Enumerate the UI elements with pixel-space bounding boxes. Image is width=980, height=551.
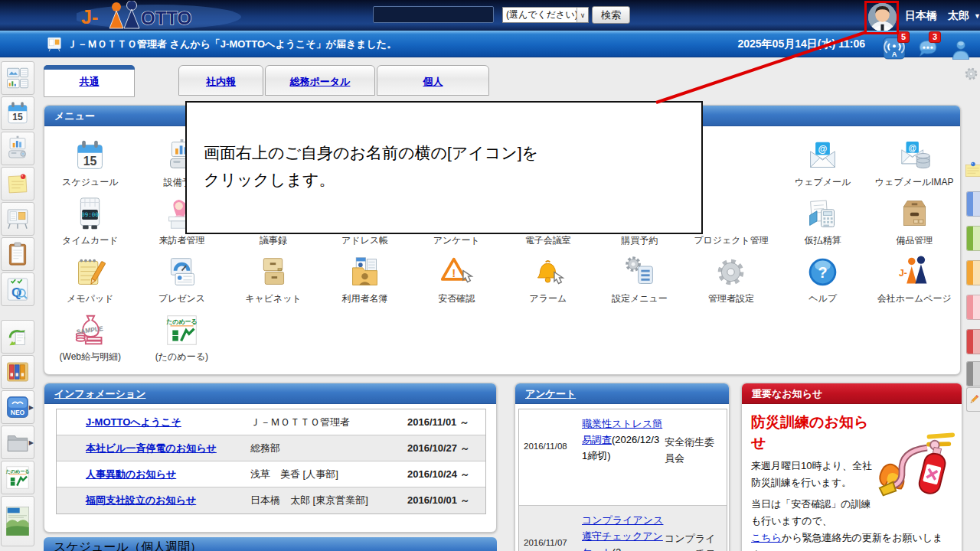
information-period-cell: 2016/10/01 ～	[407, 494, 487, 507]
information-panel: インフォメーション J-MOTTOへようこそ Ｊ－ＭＯＴＴＯ管理者 2016/1…	[44, 383, 497, 533]
sidebar-item[interactable]: ▶	[1, 390, 34, 424]
menu-item[interactable]: タイムカード	[44, 197, 136, 247]
information-author-cell: 総務部	[250, 442, 407, 455]
sidebar-item[interactable]	[1, 237, 34, 271]
menu-item-label: プレゼンス	[158, 292, 205, 305]
survey-committee-cell: コンプライアンス委員会	[665, 530, 723, 551]
pink-widget-tab[interactable]	[966, 295, 980, 320]
green-widget-tab[interactable]	[966, 226, 980, 251]
survey-panel-title[interactable]: アンケート	[525, 388, 576, 399]
survey-table: 2016/11/08 職業性ストレス簡易調査(2026/12/31締切) 安全衛…	[518, 409, 727, 551]
menu-item[interactable]: メモパッド	[44, 255, 136, 305]
menu-item-label: 仮払精算	[805, 234, 841, 247]
chevron-down-icon: ∨	[577, 8, 588, 22]
information-title-link[interactable]: J-MOTTOへようこそ	[86, 416, 181, 428]
widget-tab-strip	[967, 227, 973, 250]
important-notice-paragraph: 来週月曜日10時より、全社防災訓練を行います。	[751, 458, 880, 491]
sidebar-item[interactable]	[1, 272, 34, 306]
contacts-icon[interactable]	[949, 37, 972, 62]
sidebar-item[interactable]: ▶	[1, 425, 34, 459]
information-title-cell: 福岡支社設立のお知らせ	[57, 494, 250, 507]
menu-item-label: 会社ホームページ	[877, 292, 952, 305]
menu-item-label: スケジュール	[62, 176, 118, 189]
survey-panel: アンケート 2016/11/08 職業性ストレス簡易調査(2026/12/31締…	[514, 383, 730, 551]
menu-item[interactable]: ウェブメール	[777, 139, 869, 189]
portal-tab-label: 共通	[80, 75, 100, 89]
search-category-value: (選んでください)	[503, 8, 577, 21]
notification-message[interactable]: Ｊ－ＭＯＴＴＯ管理者 さんから「J-MOTTOへようこそ」が届きました。	[67, 37, 397, 51]
schedule-panel-title[interactable]: スケジュール（個人週間）	[54, 540, 202, 551]
sidebar-item[interactable]	[1, 496, 34, 546]
menu-item[interactable]: アラーム	[502, 255, 594, 305]
menu-item-label: 管理者設定	[708, 292, 754, 305]
information-panel-title[interactable]: インフォメーション	[54, 388, 145, 399]
information-title-link[interactable]: 本社ビル一斉停電のお知らせ	[86, 442, 217, 454]
sidebar-item-icon	[5, 241, 31, 267]
menu-item[interactable]: (Web給与明細)	[44, 313, 136, 367]
right-sidebar	[959, 0, 980, 551]
menu-item[interactable]: 管理者設定	[685, 255, 777, 305]
search-button[interactable]: 検索	[592, 6, 630, 24]
edit-widget-button[interactable]	[966, 387, 980, 412]
menu-item-label: 電子会議室	[525, 234, 571, 247]
menu-item[interactable]: 利用者名簿	[319, 255, 411, 305]
search-input[interactable]	[373, 6, 494, 23]
note-icon[interactable]	[963, 155, 980, 184]
menu-item-label: アラーム	[529, 292, 567, 305]
menu-item[interactable]: 仮払精算	[777, 197, 869, 247]
menu-item[interactable]: 備品管理	[868, 197, 960, 247]
kochira-link[interactable]: こちら	[751, 532, 782, 543]
menu-item-label: ヘルプ	[808, 292, 837, 305]
information-panel-header: インフォメーション	[44, 383, 496, 404]
portal-tab[interactable]: 総務ポータル	[265, 65, 375, 96]
menu-item-label: 設定メニュー	[612, 292, 668, 305]
menu-item-label: 購買予約	[621, 234, 658, 247]
search-category-select[interactable]: (選んでください) ∨	[502, 7, 589, 23]
menu-item[interactable]: 会社ホームページ	[868, 255, 960, 305]
sidebar-item[interactable]	[1, 202, 34, 236]
important-notice-panel: 重要なお知らせ 防災訓練のお知らせ 来週月曜日10時より、全社防災訓練を行います…	[741, 383, 962, 551]
menu-item-label: ウェブメール	[795, 176, 851, 189]
portal-tab[interactable]: 共通	[44, 65, 135, 97]
menu-item[interactable]: (たのめーる)	[136, 313, 228, 367]
menu-item[interactable]: 安否確認	[410, 255, 502, 305]
menu-item-icon	[348, 255, 382, 289]
portal-tab[interactable]: 社内報	[178, 65, 263, 96]
sidebar-item[interactable]	[1, 461, 34, 494]
important-notice-paragraph: こちらから緊急連絡先の更新をお願いします。	[751, 530, 944, 551]
blue-widget-tab[interactable]	[966, 191, 980, 217]
menu-item[interactable]: 設定メニュー	[594, 255, 686, 305]
jmotto-logo[interactable]: J- OTTO	[77, 1, 256, 30]
widget-tab-strip	[967, 261, 973, 285]
information-title-link[interactable]: 福岡支社設立のお知らせ	[86, 494, 196, 506]
portal-tab[interactable]: 個人	[377, 65, 489, 96]
menu-item-label: アンケート	[433, 234, 480, 247]
menu-item[interactable]: スケジュール	[44, 139, 136, 189]
sidebar-item-icon	[5, 429, 31, 455]
orange-widget-tab[interactable]	[966, 260, 980, 285]
sidebar-item[interactable]	[1, 355, 34, 389]
menu-item-icon	[439, 255, 474, 289]
sidebar-item[interactable]	[1, 320, 34, 354]
table-row: 人事異動のお知らせ 浅草 美香 [人事部] 2016/10/24 ～	[57, 461, 485, 487]
information-title-link[interactable]: 人事異動のお知らせ	[86, 468, 176, 480]
gray-widget-tab[interactable]	[966, 361, 980, 386]
survey-title-cell: 職業性ストレス簡易調査(2026/12/31締切)	[582, 416, 665, 499]
menu-item-label: 利用者名簿	[342, 292, 388, 305]
survey-title-suffix: (2	[612, 546, 622, 551]
sidebar-item-icon	[5, 324, 31, 350]
information-author-cell: 日本橋 太郎 [東京営業部]	[250, 494, 407, 507]
broadcast-badge: 5	[897, 31, 910, 43]
red-widget-tab[interactable]	[966, 329, 980, 354]
survey-title-link[interactable]: コンプライアンス遵守チェックアンケート	[582, 514, 663, 551]
menu-item-icon	[622, 255, 657, 289]
sidebar-item[interactable]	[1, 132, 34, 165]
menu-item-icon	[73, 197, 107, 231]
menu-item[interactable]: ヘルプ	[777, 255, 869, 305]
menu-item[interactable]: ウェブメールIMAP	[868, 139, 960, 189]
portal-tabs: 共通 社内報 総務ポータル 個人	[0, 65, 980, 97]
menu-item[interactable]: プレゼンス	[136, 255, 228, 305]
sidebar-item[interactable]	[1, 96, 34, 130]
menu-item[interactable]: キャビネット	[227, 255, 319, 305]
sidebar-item[interactable]	[1, 167, 34, 201]
